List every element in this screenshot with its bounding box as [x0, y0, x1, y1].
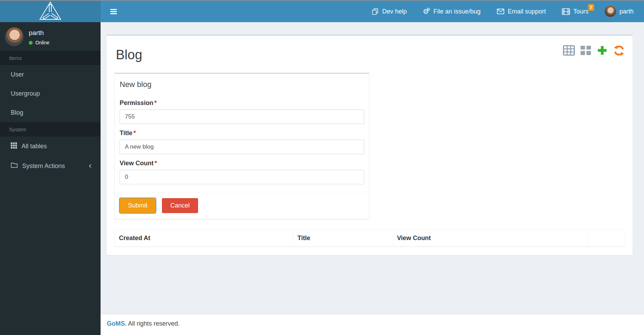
navbar-username: parth: [619, 8, 634, 15]
brand-link[interactable]: GoMS.: [107, 320, 127, 327]
column-header-view-count: View Count: [393, 230, 589, 247]
nav-tours[interactable]: Tours 7: [562, 8, 589, 15]
sidebar-item-system-actions[interactable]: System Actions ‹: [0, 156, 101, 176]
table-header-row: Created At Title View Count: [115, 230, 625, 247]
permission-label: Permission*: [120, 99, 364, 107]
nav-email-support[interactable]: Email support: [497, 8, 546, 15]
required-asterisk: *: [154, 99, 157, 106]
logo[interactable]: [0, 1, 101, 22]
card-footer: Submit Cancel: [115, 192, 369, 219]
title-field[interactable]: [120, 140, 364, 154]
page-footer: GoMS. All rights reserved.: [101, 314, 644, 335]
avatar: [604, 6, 616, 17]
required-asterisk: *: [134, 130, 136, 136]
add-icon[interactable]: [596, 45, 608, 56]
table-view-icon[interactable]: [563, 45, 575, 56]
application-window: Dev help ⚙⚙ File an issue/bug Em: [0, 0, 644, 335]
blocks-view-icon[interactable]: [580, 45, 591, 55]
menu-item-label: All tables: [22, 143, 47, 150]
sidebar-item-all-tables[interactable]: All tables: [0, 136, 101, 156]
navbar-menu: Dev help ⚙⚙ File an issue/bug Em: [371, 6, 644, 17]
sidebar-toggle-button[interactable]: [101, 1, 127, 22]
nav-dev-help[interactable]: Dev help: [371, 8, 407, 15]
film-icon: [562, 8, 570, 15]
nav-user-menu[interactable]: parth: [604, 6, 634, 17]
sidebar-section-system: System: [0, 122, 101, 136]
hamburger-icon: [110, 8, 117, 15]
card-body: Permission* Title* View Count*: [115, 91, 369, 192]
new-blog-card: New blog Permission* Title* View Count*: [114, 73, 369, 219]
view-count-label: View Count*: [120, 160, 364, 167]
menu-item-label: System Actions: [22, 162, 65, 170]
submit-button[interactable]: Submit: [120, 198, 156, 213]
online-dot-icon: [29, 41, 33, 45]
triangle-logo-icon: [39, 1, 62, 22]
sidebar-item-blog[interactable]: Blog: [0, 103, 101, 122]
menu-item-label: User: [11, 71, 24, 78]
grid-icon: [11, 142, 17, 150]
refresh-icon[interactable]: [613, 45, 625, 56]
top-navbar: Dev help ⚙⚙ File an issue/bug Em: [0, 0, 644, 22]
tours-count-badge: 7: [588, 4, 594, 11]
status-label: Online: [35, 40, 49, 45]
copy-icon: [371, 8, 379, 15]
sidebar-username: parth: [29, 29, 49, 37]
envelope-icon: [497, 8, 505, 15]
sidebar-user-panel: parth Online: [0, 22, 101, 51]
column-header-actions: [589, 230, 625, 247]
nav-file-issue[interactable]: ⚙⚙ File an issue/bug: [423, 8, 481, 15]
nav-item-label: Dev help: [382, 8, 407, 15]
title-label: Title*: [120, 130, 364, 137]
sidebar-item-user[interactable]: User: [0, 65, 101, 84]
main-content: Blog New blog Permission* Title* View Co…: [101, 22, 644, 314]
column-header-title: Title: [293, 230, 393, 247]
blog-table: Created At Title View Count: [114, 230, 625, 247]
view-count-field[interactable]: [120, 170, 364, 184]
nav-item-label: Email support: [508, 8, 546, 15]
menu-item-label: Usergroup: [11, 90, 40, 97]
nav-item-label: Tours: [573, 8, 589, 15]
sidebar: parth Online Items User Usergroup Blog S…: [0, 22, 101, 335]
footer-text: All rights reserved.: [128, 320, 180, 327]
menu-item-label: Blog: [11, 109, 23, 116]
column-header-created-at: Created At: [115, 230, 293, 247]
card-title: New blog: [115, 74, 369, 91]
sidebar-section-items: Items: [0, 51, 101, 65]
avatar: [5, 27, 24, 46]
sidebar-item-usergroup[interactable]: Usergroup: [0, 84, 101, 103]
content-box: Blog New blog Permission* Title* View Co…: [107, 35, 633, 255]
box-tools: [563, 45, 625, 56]
required-asterisk: *: [155, 160, 157, 167]
navbar-main: Dev help ⚙⚙ File an issue/bug Em: [101, 1, 644, 22]
chevron-left-icon: ‹: [89, 161, 92, 170]
page-title: Blog: [116, 47, 625, 62]
permission-field[interactable]: [120, 109, 364, 124]
cancel-button[interactable]: Cancel: [162, 198, 198, 213]
gears-icon: ⚙⚙: [423, 8, 430, 15]
user-status: Online: [29, 40, 49, 45]
nav-item-label: File an issue/bug: [433, 8, 481, 15]
folder-icon: [11, 162, 18, 170]
